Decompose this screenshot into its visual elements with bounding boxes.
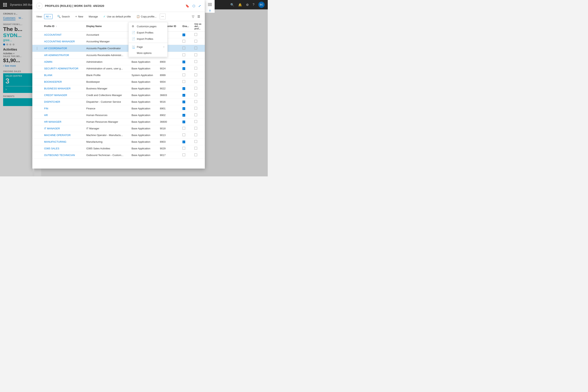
enabled-checkbox[interactable]: ✓ [182, 107, 185, 110]
back-button[interactable]: ← [36, 3, 42, 9]
cell-profile-id[interactable]: DISPATCHER [42, 98, 84, 105]
cell-profile-id[interactable]: AP COORDINATOR [42, 45, 84, 52]
cell-profile-id[interactable]: HR MANAGER [42, 118, 84, 125]
cell-enabled[interactable] [180, 132, 192, 138]
enabled-checkbox[interactable]: ✓ [182, 34, 185, 36]
manage-button[interactable]: Manage [86, 14, 100, 19]
enabled-checkbox[interactable] [182, 127, 185, 130]
cell-enabled[interactable]: ✓ [180, 58, 192, 65]
cell-enabled[interactable] [180, 52, 192, 58]
cell-enabled[interactable]: ✓ [180, 118, 192, 125]
cell-profile-id[interactable]: O365 SALES [42, 145, 84, 152]
table-row[interactable]: FINFinanceBase Application8901✓ [32, 105, 205, 112]
col-profile-id[interactable]: Profile ID ↑ [42, 21, 84, 32]
default-profile-button[interactable]: ✓ Use as default profile [101, 14, 133, 19]
new-button[interactable]: + New [73, 14, 86, 19]
table-container[interactable]: Profile ID ↑ Display Name Source Role Ce… [32, 21, 205, 168]
cell-enabled[interactable] [180, 38, 192, 45]
enabled-checkbox[interactable] [182, 134, 185, 136]
list-view-icon[interactable]: ☰ [196, 14, 201, 19]
default-checkbox[interactable] [194, 94, 197, 96]
filter-icon[interactable]: ▽ [191, 14, 195, 19]
cell-use-as-default[interactable] [192, 125, 205, 132]
cell-enabled[interactable]: ✓ [180, 65, 192, 72]
expand-diagonal-icon[interactable]: ↗ [208, 8, 212, 13]
enabled-checkbox[interactable]: ✓ [182, 140, 185, 143]
enabled-checkbox[interactable] [182, 154, 185, 156]
default-checkbox[interactable] [194, 33, 197, 36]
table-row[interactable]: SECURITY ADMINISTRATORAdministration of … [32, 65, 205, 72]
cell-enabled[interactable]: ✓ [180, 112, 192, 118]
cell-use-as-default[interactable] [192, 52, 205, 58]
cell-use-as-default[interactable] [192, 58, 205, 65]
table-row[interactable]: BOOKKEEPERBookkeeperBase Application9004 [32, 78, 205, 85]
cell-enabled[interactable]: ✓ [180, 105, 192, 112]
default-checkbox[interactable] [194, 87, 197, 90]
external-link-icon[interactable]: ⬡ [192, 4, 195, 8]
enabled-checkbox[interactable]: ✓ [182, 94, 185, 97]
cell-enabled[interactable]: ✓ [180, 138, 192, 145]
table-row[interactable]: ⋮AP COORDINATORAccounts Payable Coordina… [32, 45, 205, 52]
cell-enabled[interactable] [180, 145, 192, 152]
default-checkbox[interactable] [194, 54, 197, 56]
cell-enabled[interactable]: ✓ [180, 32, 192, 38]
cell-use-as-default[interactable] [192, 38, 205, 45]
cell-use-as-default[interactable] [192, 145, 205, 152]
cell-use-as-default[interactable] [192, 65, 205, 72]
enabled-checkbox[interactable]: ✓ [182, 100, 185, 103]
more-options-item[interactable]: More options [128, 50, 168, 56]
cell-profile-id[interactable]: BUSINESS MANAGER [42, 85, 84, 92]
cell-enabled[interactable] [180, 72, 192, 78]
enabled-checkbox[interactable]: ✓ [182, 120, 185, 123]
cell-profile-id[interactable]: AR ADMINISTRATOR [42, 52, 84, 58]
cell-enabled[interactable] [180, 45, 192, 52]
cell-profile-id[interactable]: ACCOUNTANT [42, 32, 84, 38]
default-checkbox[interactable] [194, 120, 197, 123]
cell-enabled[interactable] [180, 78, 192, 85]
default-checkbox[interactable] [194, 100, 197, 103]
enabled-checkbox[interactable]: ✓ [182, 114, 185, 116]
hamburger-menu[interactable] [208, 3, 212, 6]
cell-profile-id[interactable]: CREDIT MANAGER [42, 92, 84, 98]
enabled-checkbox[interactable] [182, 74, 185, 76]
export-profiles-item[interactable]: 📄 Export Profiles [128, 30, 168, 36]
view-dropdown[interactable]: All ∨ [44, 14, 52, 19]
table-row[interactable]: O365 SALESO365 Sales ActivitiesBase Appl… [32, 145, 205, 152]
cell-profile-id[interactable]: ADMIN [42, 58, 84, 65]
cell-profile-id[interactable]: BOOKKEEPER [42, 78, 84, 85]
table-row[interactable]: CREDIT MANAGERCredit and Collections Man… [32, 92, 205, 98]
default-checkbox[interactable] [194, 127, 197, 130]
cell-enabled[interactable]: ✓ [180, 85, 192, 92]
enabled-checkbox[interactable] [182, 147, 185, 150]
default-checkbox[interactable] [194, 140, 197, 143]
table-row[interactable]: IT MANAGERIT ManagerBase Application9018 [32, 125, 205, 132]
more-button[interactable]: ··· [160, 14, 166, 20]
cell-use-as-default[interactable] [192, 78, 205, 85]
table-row[interactable]: ACCOUNTANTAccountantBase App...9027✓ [32, 32, 205, 38]
cell-enabled[interactable]: ✓ [180, 98, 192, 105]
default-checkbox[interactable] [194, 147, 197, 150]
cell-use-as-default[interactable] [192, 118, 205, 125]
table-row[interactable]: OUTBOUND TECHNICIANOutbound Technician -… [32, 152, 205, 158]
cell-profile-id[interactable]: FIN [42, 105, 84, 112]
default-checkbox[interactable] [194, 80, 197, 83]
cell-use-as-default[interactable] [192, 132, 205, 138]
cell-use-as-default[interactable] [192, 98, 205, 105]
cell-profile-id[interactable]: BLANK [42, 72, 84, 78]
table-row[interactable]: DISPATCHERDispatcher - Customer ServiceB… [32, 98, 205, 105]
cell-use-as-default[interactable] [192, 105, 205, 112]
default-checkbox[interactable] [194, 134, 197, 136]
table-row[interactable]: ADMINAdministrationBase Application8900✓ [32, 58, 205, 65]
cell-profile-id[interactable]: MANUFACTURING [42, 138, 84, 145]
table-row[interactable]: AR ADMINISTRATORAccounts Receivable Admi… [32, 52, 205, 58]
default-checkbox[interactable] [194, 114, 197, 116]
cell-use-as-default[interactable] [192, 138, 205, 145]
default-checkbox[interactable] [194, 40, 197, 42]
cell-use-as-default[interactable] [192, 92, 205, 98]
search-button[interactable]: 🔍 Search [55, 14, 72, 19]
table-row[interactable]: HR MANAGERHuman Resources ManagerBase Ap… [32, 118, 205, 125]
default-checkbox[interactable] [194, 60, 197, 63]
enabled-checkbox[interactable]: ✓ [182, 67, 185, 70]
cell-use-as-default[interactable] [192, 45, 205, 52]
table-row[interactable]: MANUFACTURINGManufacturingBase Applicati… [32, 138, 205, 145]
